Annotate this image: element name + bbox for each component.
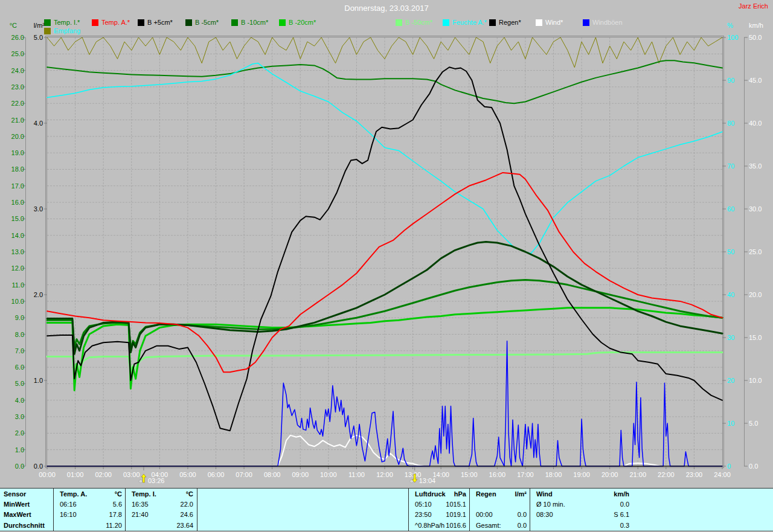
stats-cell-value: 0.0	[620, 501, 629, 508]
stats-cell-value: 5.6	[113, 501, 122, 508]
humidity-tick-label: 50	[727, 248, 734, 255]
stats-cell-time: Gesamt:	[476, 522, 501, 529]
stats-cell-time: 16:35	[132, 501, 149, 508]
stats-cell-time: 05:10	[415, 501, 432, 508]
humidity-tick-label: 80	[727, 120, 734, 127]
stats-cell-time: Regen	[476, 490, 496, 498]
time-tick-label: 05:00	[179, 471, 196, 478]
stats-col-header: Regenl/m²	[470, 490, 530, 498]
time-tick-label: 09:00	[292, 471, 309, 478]
stats-cell-time: 16:10	[60, 511, 77, 518]
wind-tick-label: 40.0	[749, 120, 762, 127]
wind-tick-label: 45.0	[749, 77, 762, 84]
time-tick-label: 16:00	[489, 471, 506, 478]
temp-tick-label: 25.0	[11, 50, 24, 57]
stats-cell-row: Gesamt:0.0	[470, 522, 530, 529]
temp-tick-label: 19.0	[11, 149, 24, 156]
series-b-minus10	[47, 280, 722, 349]
temp-tick-label: 26.0	[11, 34, 24, 41]
humidity-tick-label: 20	[727, 377, 734, 384]
time-tick-label: 22:00	[658, 471, 675, 478]
wind-tick-label: 30.0	[749, 205, 762, 213]
stats-cell-time: ^0.8hPa/h	[415, 522, 444, 529]
rain-tick-label: 3.0	[34, 205, 43, 213]
humidity-tick-label: 90	[727, 77, 734, 84]
stats-cell-value: km/h	[614, 490, 629, 498]
stats-row-label: MaxWert	[0, 511, 53, 518]
stats-cell-row: 16:1017.8	[54, 511, 126, 518]
time-tick-label: 15:00	[461, 471, 478, 478]
stats-col-header: Windkm/h	[530, 490, 633, 498]
time-tick-label: 02:00	[95, 471, 112, 478]
temp-tick-label: 0.0	[15, 463, 24, 470]
stats-cell-value: 0.3	[620, 522, 629, 529]
stats-col-wind: Windkm/hØ 10 min.0.008:30S 6.10.3	[530, 489, 633, 531]
stats-cell-time: Temp. I.	[132, 490, 156, 498]
stats-cell-row: 06:165.6	[54, 501, 126, 508]
time-tick-label: 21:00	[629, 471, 646, 478]
stats-cell-time: 00:00	[476, 511, 493, 518]
temp-tick-label: 17.0	[11, 182, 24, 190]
wind-axis-unit: km/h	[749, 22, 763, 29]
stats-cell-value: 1016.6	[446, 522, 466, 529]
time-tick-label: 00:00	[39, 471, 56, 478]
time-tick-label: 07:00	[236, 471, 252, 478]
wind-tick-label: 50.0	[749, 34, 762, 41]
grid	[47, 37, 722, 466]
stats-cell-time: Luftdruck	[415, 490, 446, 498]
marker-moon-icon	[139, 480, 143, 483]
temp-tick-label: 23.0	[11, 83, 24, 91]
stats-cell-value: °C	[115, 490, 122, 498]
time-tick-label: 08:00	[264, 471, 281, 478]
rain-tick-label: 2.0	[34, 291, 43, 298]
wind-tick-label: 25.0	[749, 248, 762, 255]
temp-tick-label: 8.0	[15, 331, 24, 338]
temp-tick-label: 11.0	[11, 281, 24, 289]
temp-tick-label: 3.0	[15, 413, 24, 420]
stats-col-temp-i: Temp. I.°C16:3522.021:4024.623.64	[125, 489, 197, 531]
stats-col-header: Temp. A.°C	[54, 490, 126, 498]
stats-cell-time: 06:16	[60, 501, 77, 508]
humidity-tick-label: 60	[727, 205, 734, 213]
wind-tick-label: 10.0	[749, 377, 762, 384]
axes: 0.01.02.03.04.05.06.07.08.09.010.011.012…	[10, 22, 763, 478]
stats-cell-value: 23.64	[176, 522, 193, 529]
temp-tick-label: 13.0	[11, 248, 24, 255]
time-tick-label: 10:00	[320, 471, 337, 478]
stats-cell-row: 11.20	[54, 522, 126, 529]
marker-time-label: 13:04	[419, 477, 436, 484]
marker-time-label: 03:26	[148, 477, 165, 484]
temp-tick-label: 4.0	[15, 397, 24, 404]
time-tick-label: 20:00	[601, 471, 618, 478]
stats-cell-value: 1015.1	[446, 501, 466, 508]
temp-tick-label: 14.0	[11, 232, 24, 239]
stats-cell-time: Wind	[536, 490, 553, 498]
stats-cell-value: l/m²	[515, 490, 527, 498]
time-tick-label: 06:00	[208, 471, 225, 478]
stats-cell-value: 17.8	[109, 511, 122, 518]
temp-tick-label: 24.0	[11, 67, 24, 74]
stats-cell-row: ^0.8hPa/h1016.6	[409, 522, 470, 529]
stats-cell-time: 21:40	[132, 511, 149, 518]
stats-cell-value: S 6.1	[614, 511, 629, 518]
humidity-tick-label: 70	[727, 162, 734, 170]
stats-row-label: Durchschnitt	[0, 522, 53, 529]
temp-tick-label: 20.0	[11, 133, 24, 140]
time-tick-label: 19:00	[573, 471, 590, 478]
temp-tick-label: 12.0	[11, 264, 24, 272]
stats-cell-value: 0.0	[518, 511, 527, 518]
stats-cell-row: 21:4024.6	[126, 511, 197, 518]
temp-tick-label: 2.0	[15, 429, 24, 437]
rain-tick-label: 5.0	[34, 34, 43, 41]
time-tick-label: 11:00	[348, 471, 365, 478]
temp-tick-label: 22.0	[11, 100, 24, 107]
humidity-tick-label: 10	[727, 420, 734, 427]
wind-tick-label: 0.0	[749, 463, 758, 470]
stats-cell-row: 16:3522.0	[126, 501, 197, 508]
humidity-tick-label: 0	[727, 463, 731, 470]
temp-tick-label: 7.0	[15, 347, 24, 354]
stats-cell-value: 22.0	[181, 501, 193, 508]
time-tick-label: 12:00	[376, 471, 393, 478]
series-temp-i	[47, 60, 722, 103]
humidity-tick-label: 100	[727, 34, 738, 41]
